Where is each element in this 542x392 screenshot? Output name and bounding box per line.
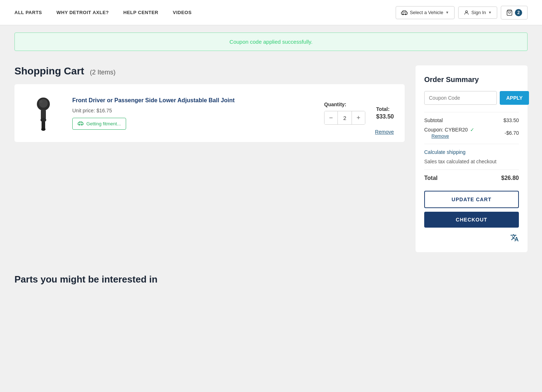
update-cart-button[interactable]: UPDATE CART (424, 191, 519, 208)
cart-item-count: (2 Items) (90, 69, 116, 76)
calculate-shipping-link[interactable]: Calculate shipping (424, 149, 465, 155)
ball-joint-image (27, 93, 60, 133)
total-section: Total: $33.50 (376, 106, 394, 120)
remove-item-link[interactable]: Remove (375, 129, 394, 135)
subtotal-value: $33.50 (503, 117, 519, 123)
nav-all-parts[interactable]: ALL PARTS (14, 10, 42, 15)
nav-help-center[interactable]: HELP CENTER (123, 10, 158, 15)
cart-section: Shopping Cart (2 Items) (14, 65, 405, 142)
item-unit-price: Unit price: $16.75 (72, 108, 313, 113)
parts-section: Parts you might be interested in (0, 267, 542, 292)
quantity-label: Quantity: (324, 102, 346, 107)
coupon-remove-link[interactable]: Remove (431, 133, 474, 139)
cart-count-badge: 2 (515, 9, 522, 16)
chevron-down-icon: ▼ (488, 10, 492, 14)
tax-label: Sales tax calculated at checkout (424, 159, 496, 164)
nav-right: Select a Vehicle ▼ Sign In ▼ 2 (396, 6, 528, 20)
coupon-check-icon: ✓ (470, 127, 474, 133)
cart-title: Shopping Cart (2 Items) (14, 65, 405, 77)
sign-in-label: Sign In (472, 10, 486, 15)
item-name: Front Driver or Passenger Side Lower Adj… (72, 96, 313, 104)
quantity-value: 2 (337, 111, 352, 124)
select-vehicle-label: Select a Vehicle (410, 10, 443, 15)
sign-in-button[interactable]: Sign In ▼ (458, 7, 497, 19)
quantity-decrease-button[interactable]: − (324, 111, 337, 124)
tax-row: Sales tax calculated at checkout (424, 159, 519, 164)
quantity-section: Quantity: − 2 + (324, 102, 365, 125)
parts-section-title: Parts you might be interested in (14, 274, 528, 285)
chevron-down-icon: ▼ (446, 10, 449, 14)
fitment-button[interactable]: Getting fitment... (72, 118, 126, 130)
summary-title: Order Summary (424, 76, 519, 84)
nav-why-detroit[interactable]: WHY DETROIT AXLE? (56, 10, 109, 15)
coupon-row: APPLY (424, 91, 519, 105)
banner-message: Coupon code applied successfully. (229, 39, 313, 45)
svg-point-3 (465, 10, 467, 12)
cart-icon (506, 9, 513, 16)
order-summary: Order Summary APPLY Subtotal $33.50 Coup… (416, 65, 528, 252)
coupon-name-row: Coupon: CYBER20 ✓ (424, 127, 474, 133)
divider (424, 144, 519, 144)
coupon-input[interactable] (424, 91, 497, 105)
coupon-info: Coupon: CYBER20 ✓ Remove (424, 127, 474, 139)
total-summary-label: Total (424, 175, 438, 181)
apply-coupon-button[interactable]: APPLY (500, 91, 529, 105)
total-row: Total $26.80 (424, 175, 519, 181)
fitment-label: Getting fitment... (86, 121, 121, 126)
cart-button[interactable]: 2 (501, 6, 528, 20)
user-icon (464, 10, 469, 16)
svg-point-10 (41, 128, 46, 131)
divider (424, 112, 519, 112)
shipping-row: Calculate shipping (424, 149, 519, 155)
navbar: ALL PARTS WHY DETROIT AXLE? HELP CENTER … (0, 0, 542, 25)
car-fitment-icon (78, 121, 83, 126)
coupon-success-banner: Coupon code applied successfully. (14, 33, 528, 51)
quantity-controls: − 2 + (324, 111, 365, 125)
translate-icon (424, 233, 519, 242)
subtotal-row: Subtotal $33.50 (424, 117, 519, 123)
item-image (25, 95, 61, 131)
nav-links: ALL PARTS WHY DETROIT AXLE? HELP CENTER … (14, 10, 192, 15)
checkout-button[interactable]: CHECKOUT (424, 212, 519, 228)
main-content: Shopping Cart (2 Items) (0, 58, 542, 267)
translate-svg-icon (510, 233, 519, 242)
select-vehicle-button[interactable]: Select a Vehicle ▼ (396, 6, 454, 19)
coupon-applied-row: Coupon: CYBER20 ✓ Remove -$6.70 (424, 127, 519, 139)
car-icon (401, 9, 408, 16)
svg-point-11 (39, 100, 43, 103)
total-value: $33.50 (376, 113, 394, 120)
divider (424, 169, 519, 170)
total-summary-value: $26.80 (501, 175, 519, 181)
coupon-discount-value: -$6.70 (504, 130, 519, 136)
nav-videos[interactable]: VIDEOS (173, 10, 192, 15)
total-label: Total: (376, 106, 390, 112)
coupon-name-label: Coupon: CYBER20 (424, 127, 468, 133)
item-info: Front Driver or Passenger Side Lower Adj… (72, 96, 313, 129)
quantity-increase-button[interactable]: + (352, 111, 365, 124)
cart-item: Front Driver or Passenger Side Lower Adj… (14, 84, 405, 142)
subtotal-label: Subtotal (424, 117, 443, 123)
